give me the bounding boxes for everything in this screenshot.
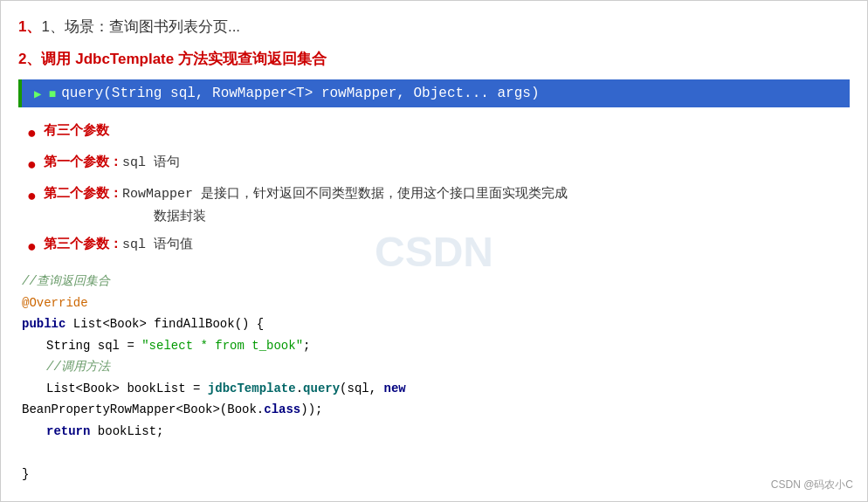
code-type-str: String sql =	[46, 339, 141, 353]
section2-highlight: JdbcTemplate	[75, 51, 174, 67]
code-query: query	[303, 382, 340, 395]
code-dot: .	[296, 382, 303, 395]
section1-title: 1、1、场景：查询图书列表分页...	[18, 17, 850, 37]
keyword-new: new	[384, 382, 406, 395]
code-line-5: return bookList;	[22, 421, 850, 443]
bullet-icon: ●	[27, 152, 37, 177]
list-item: ● 第一个参数：sql 语句	[27, 151, 850, 177]
code-line-1: public List<Book> findAllBook() {	[22, 317, 264, 331]
keyword-class: class	[264, 402, 300, 416]
main-container: CSDN 1、1、场景：查询图书列表分页... 2、调用 JdbcTemplat…	[0, 0, 868, 502]
method-bar: ▶ ■ query(String sql, RowMapper<T> rowMa…	[18, 79, 850, 107]
keyword-return: return	[46, 424, 90, 438]
param-desc: sql 语句	[122, 155, 180, 170]
section1-num: 1、	[18, 18, 41, 35]
list-item: ● 第三个参数：sql 语句值	[27, 233, 850, 259]
list-item: ● 有三个参数	[27, 120, 850, 146]
list-item-text: 第一个参数：sql 语句	[44, 151, 180, 174]
code-line-3: List<Book> bookList = jdbcTemplate.query…	[22, 378, 850, 400]
bullet-icon: ●	[27, 234, 37, 259]
param-name: 第三个参数：	[44, 236, 122, 251]
code-type: List<Book> findAllBook() {	[73, 317, 264, 331]
list-item: ● 第二个参数：RowMapper 是接口，针对返回不同类型数据，使用这个接口里…	[27, 182, 850, 228]
code-annotation: @Override	[22, 296, 88, 310]
section2-title: 2、调用 JdbcTemplate 方法实现查询返回集合	[18, 49, 850, 69]
code-semi: ;	[303, 339, 310, 353]
code-close: ));	[300, 402, 322, 416]
param-desc: sql 语句值	[122, 237, 193, 252]
code-block: //查询返回集合 @Override public List<Book> fin…	[18, 271, 850, 485]
section2-suffix: 方法实现查询返回集合	[174, 51, 327, 67]
section2-prefix: 2、调用	[18, 51, 75, 67]
list-item-text: 第三个参数：sql 语句值	[44, 233, 193, 256]
green-dot-icon: ▶ ■	[34, 86, 56, 101]
code-comment-1: //查询返回集合	[22, 274, 110, 288]
bullet-icon: ●	[27, 183, 37, 209]
code-return-val: bookList;	[90, 424, 163, 438]
section1-text: 1、场景：查询图书列表分页...	[41, 18, 240, 35]
code-line-2: String sql = "select * from t_book";	[22, 335, 850, 357]
param-desc: RowMapper 是接口，针对返回不同类型数据，使用这个接口里面实现类完成 数…	[44, 187, 568, 224]
param-name: 第二个参数：	[44, 185, 122, 200]
bullet-list: ● 有三个参数 ● 第一个参数：sql 语句 ● 第二个参数：RowMapper…	[18, 120, 850, 258]
param-name: 第一个参数：	[44, 154, 122, 168]
code-comment-inline: //调用方法	[46, 360, 110, 374]
list-item-text: 有三个参数	[44, 120, 109, 141]
code-beanproperty: BeanPropertyRowMapper<Book>(Book.	[22, 402, 264, 416]
code-args-start: (sql,	[340, 382, 383, 395]
content-area: 1、1、场景：查询图书列表分页... 2、调用 JdbcTemplate 方法实…	[18, 17, 850, 485]
method-signature: query(String sql, RowMapper<T> rowMapper…	[61, 86, 539, 101]
param-name: 有三个参数	[44, 122, 109, 137]
code-close-brace: }	[22, 467, 29, 481]
code-string: "select * from t_book"	[141, 339, 303, 353]
bullet-icon: ●	[27, 120, 37, 146]
code-comment-2: //调用方法	[22, 356, 850, 378]
keyword-public: public	[22, 317, 65, 331]
code-type-list: List<Book> bookList =	[46, 382, 208, 395]
code-jdbc: jdbcTemplate	[208, 382, 296, 395]
code-line-4: BeanPropertyRowMapper<Book>(Book.class))…	[22, 399, 850, 421]
list-item-text: 第二个参数：RowMapper 是接口，针对返回不同类型数据，使用这个接口里面实…	[44, 182, 568, 228]
